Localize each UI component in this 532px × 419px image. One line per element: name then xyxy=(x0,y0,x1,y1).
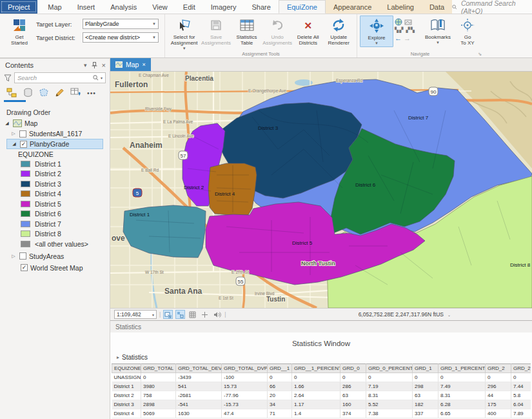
next-extent-icon[interactable]: → xyxy=(404,34,411,42)
fixed-zoom-icons[interactable]: ▚▞ ▞▚ xyxy=(395,27,419,33)
get-started-button[interactable]: Get Started xyxy=(3,15,36,46)
target-district-select[interactable]: <Create new district> ▼ xyxy=(83,32,159,43)
delete-all-districts-button[interactable]: ✕ Delete All Districts xyxy=(293,15,324,46)
ribbon-tab-map[interactable]: Map xyxy=(40,0,69,14)
save-assignments-button[interactable]: Save Assignments xyxy=(201,15,232,46)
coordinates-readout[interactable]: 6,052,752.28E 2,247,317.96N ftUS xyxy=(359,311,444,318)
ribbon-tab-appearance[interactable]: Appearance xyxy=(326,0,379,14)
list-by-data-source-icon[interactable] xyxy=(23,88,33,97)
legend-item[interactable]: District 4 xyxy=(0,189,110,199)
close-icon[interactable]: × xyxy=(142,61,145,68)
select-for-assignment-button[interactable]: Select for Assignment ▼ xyxy=(168,15,201,52)
add-table-icon[interactable] xyxy=(70,88,81,97)
legend-item[interactable]: District 8 xyxy=(0,229,110,240)
ribbon-tab-share[interactable]: Share xyxy=(244,0,279,14)
table-row[interactable]: UNASSIGNED0-3439-10000000000 xyxy=(112,373,531,382)
ribbon-tab-edit[interactable]: Edit xyxy=(175,0,203,14)
statistics-table-button[interactable]: Statistics Table xyxy=(232,15,262,46)
expander-icon[interactable]: ▷ xyxy=(10,131,17,136)
status-select-tool-icon[interactable] xyxy=(163,310,173,319)
ribbon-tab-view[interactable]: View xyxy=(144,0,175,14)
legend-item[interactable]: District 2 xyxy=(0,169,110,179)
status-crosshair-icon[interactable] xyxy=(200,310,210,319)
more-options-icon[interactable]: ••• xyxy=(87,89,96,97)
select-for-assignment-icon xyxy=(177,17,192,33)
update-renderer-button[interactable]: Update Renderer xyxy=(323,15,354,46)
map-canvas[interactable]: E Chapman AveE Orangethorpe AveRiverside… xyxy=(110,72,532,308)
scale-select[interactable]: 1:109,482 ▾ xyxy=(114,310,157,319)
table-row[interactable]: District 1398054115.73661.662867.192987.… xyxy=(112,382,531,391)
expander-icon[interactable]: ◢ xyxy=(4,121,10,126)
status-grid-icon[interactable] xyxy=(188,310,197,319)
statistics-section-header[interactable]: ▸ Statistics xyxy=(117,354,532,361)
statistics-table[interactable]: EQUIZONEGRD_TOTALGRD_TOTAL_DEVGRD_TOTAL_… xyxy=(112,363,531,418)
statistics-section-label: Statistics xyxy=(122,354,148,361)
table-cell: 0 xyxy=(511,373,531,382)
column-header[interactable]: EQUIZONE xyxy=(112,364,141,373)
legend-item[interactable]: District 6 xyxy=(0,209,110,220)
ribbon-tab-equizone[interactable]: EquiZone xyxy=(279,0,326,14)
ribbon-tab-imagery[interactable]: Imagery xyxy=(203,0,244,14)
explore-button[interactable]: Explore ▼ xyxy=(360,15,393,47)
previous-extent-icon[interactable]: ← xyxy=(395,34,402,42)
tree-item-map[interactable]: ◢ Map xyxy=(0,118,110,128)
expander-icon[interactable]: ◢ xyxy=(11,141,17,147)
list-by-editing-icon[interactable] xyxy=(55,88,64,97)
command-search[interactable]: Command Search (Alt+Q) xyxy=(452,0,532,14)
column-header[interactable]: GRD_1 xyxy=(413,364,438,373)
status-speaker-icon[interactable] xyxy=(212,310,222,319)
basemap-checkbox[interactable]: ✓ xyxy=(21,264,28,271)
table-row[interactable]: District 45069163047.4711.43747.383376.6… xyxy=(112,409,531,418)
column-header[interactable]: GRD__1_PERCENT xyxy=(292,364,340,373)
chevron-down-icon: ▼ xyxy=(375,41,379,46)
ribbon-tab-project[interactable]: Project xyxy=(0,0,37,14)
pin-icon[interactable] xyxy=(92,62,97,68)
crosshair-icon xyxy=(460,17,475,33)
legend-item[interactable]: District 1 xyxy=(0,159,110,169)
studyareas-checkbox[interactable] xyxy=(19,252,26,260)
expander-icon[interactable]: ▷ xyxy=(10,254,17,259)
column-header[interactable]: GRD__1 xyxy=(268,364,292,373)
status-snapping-icon[interactable] xyxy=(175,310,185,319)
pane-menu-icon[interactable]: ▾ xyxy=(84,62,87,68)
navigate-dialog-launcher-icon[interactable]: ⇘ xyxy=(478,52,482,57)
globe-icon[interactable] xyxy=(395,18,402,26)
list-by-drawing-order-icon[interactable] xyxy=(6,88,17,97)
undo-assignments-button[interactable]: Undo Assignments xyxy=(262,15,293,46)
legend-item[interactable]: District 5 xyxy=(0,199,110,209)
planbygrade-checkbox[interactable]: ✓ xyxy=(20,141,27,148)
table-cell: 66 xyxy=(268,382,292,391)
column-header[interactable]: GRD_TOTAL_DVP xyxy=(222,364,268,373)
target-layer-select[interactable]: PlanbyGrade ▼ xyxy=(83,19,159,29)
column-header[interactable]: GRD_1_PERCENT xyxy=(438,364,486,373)
ribbon-tab-data[interactable]: Data xyxy=(422,0,452,14)
table-row[interactable]: District 32898-541-15.73341.171605.52182… xyxy=(112,400,531,409)
legend-item[interactable]: <all other values> xyxy=(0,239,110,249)
column-header[interactable]: GRD_2_PERCENT xyxy=(511,364,531,373)
tree-item-basemap[interactable]: ✓ World Street Map xyxy=(0,263,110,273)
close-icon[interactable]: × xyxy=(102,61,106,69)
tree-item-planbygrade[interactable]: ◢ ✓ PlanbyGrade xyxy=(6,139,103,149)
column-header[interactable]: GRD_2 xyxy=(486,364,511,373)
studentsall-checkbox[interactable] xyxy=(19,130,26,138)
go-to-xy-button[interactable]: Go To XY xyxy=(455,15,480,46)
bookmarks-button[interactable]: Bookmarks ▼ xyxy=(420,15,455,46)
legend-item[interactable]: District 3 xyxy=(0,179,110,189)
map-view-tab[interactable]: Map × xyxy=(110,58,151,71)
legend-item[interactable]: District 7 xyxy=(0,219,110,229)
ribbon-tab-labeling[interactable]: Labeling xyxy=(379,0,422,14)
scene-icon[interactable] xyxy=(404,18,412,26)
table-row[interactable]: District 2758-2681-77.96202.64638.31638.… xyxy=(112,391,531,400)
column-header[interactable]: GRD_0_PERCENT xyxy=(366,364,413,373)
table-cell: 7.89 xyxy=(511,409,531,418)
column-header[interactable]: GRD_TOTAL xyxy=(141,364,176,373)
tree-item-studyareas[interactable]: ▷ StudyAreas xyxy=(0,251,110,261)
column-header[interactable]: GRD_0 xyxy=(340,364,366,373)
list-by-selection-icon[interactable] xyxy=(39,88,49,97)
filter-icon[interactable] xyxy=(4,74,12,82)
ribbon-tab-analysis[interactable]: Analysis xyxy=(103,0,144,14)
column-header[interactable]: GRD_TOTAL_DEV xyxy=(176,364,222,373)
ribbon-tab-insert[interactable]: Insert xyxy=(70,0,103,14)
tree-item-studentsall[interactable]: ▷ StudentsAll_1617 xyxy=(0,128,110,139)
contents-search-input[interactable]: Search ▾ xyxy=(14,72,106,83)
